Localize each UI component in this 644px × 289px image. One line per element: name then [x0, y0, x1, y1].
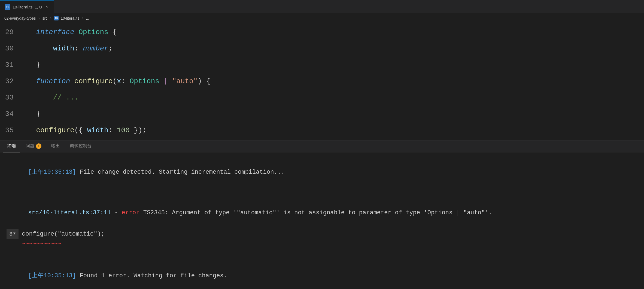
terminal-text-1: File change detected. Starting increment…: [76, 169, 285, 176]
code-line-32: function configure(x: Options | "auto") …: [19, 73, 644, 89]
tab-filename: 10-literal.ts: [13, 5, 32, 9]
breadcrumb: 02-everyday-types › src › TS 10-literal.…: [0, 14, 644, 23]
preview-code-line: configure("automatic");: [22, 229, 105, 239]
panel-tabs: 终端 问题 1 输出 调试控制台: [0, 140, 644, 152]
breadcrumb-sep1: ›: [38, 16, 40, 20]
editor-area: 29 30 31 32 33 34 35 36 37 interface Opt…: [0, 23, 644, 140]
breadcrumb-sep3: ›: [81, 16, 84, 20]
terminal-timestamp-1: [上午10:35:13]: [28, 169, 76, 176]
line-number-31: 31: [0, 57, 14, 73]
preview-code-block: configure("automatic"); ~~~~~~~~~~~: [22, 229, 105, 248]
breadcrumb-folder1[interactable]: 02-everyday-types: [4, 16, 36, 20]
tab-close-button[interactable]: ×: [44, 4, 49, 10]
line-number-33: 33: [0, 89, 14, 106]
line-number-29: 29: [0, 24, 14, 40]
preview-squiggle: ~~~~~~~~~~~: [22, 239, 105, 249]
line-number-32: 32: [0, 73, 14, 89]
tab-debug-console[interactable]: 调试控制台: [65, 140, 96, 152]
file-tab[interactable]: TS 10-literal.ts 1, U ×: [0, 0, 54, 14]
terminal-error-line: src/10-literal.ts:37:11 - error TS2345: …: [7, 198, 637, 227]
ts-icon: TS: [5, 4, 10, 10]
tab-terminal[interactable]: 终端: [3, 140, 20, 152]
line-number-35: 35: [0, 122, 14, 139]
terminal-error-keyword: error: [121, 209, 139, 216]
terminal-timestamp-3: [上午10:35:13]: [28, 272, 76, 279]
code-line-36: configure("auto");: [19, 139, 644, 140]
line-number-34: 34: [0, 106, 14, 122]
line-number-36: 36: [0, 139, 14, 140]
code-line-34: }: [19, 106, 644, 122]
code-line-31: }: [19, 57, 644, 73]
breadcrumb-symbol[interactable]: ...: [86, 16, 89, 20]
preview-line-number: 37: [7, 229, 19, 239]
tab-modified-indicator: 1, U: [35, 5, 42, 9]
problems-badge: 1: [36, 143, 41, 149]
terminal-error-message: Argument of type '"automatic"' is not as…: [168, 209, 492, 216]
terminal-content: [上午10:35:13] File change detected. Start…: [0, 152, 644, 289]
line-numbers: 29 30 31 32 33 34 35 36 37: [0, 23, 19, 140]
terminal-line-3: [上午10:35:13] Found 1 error. Watching for…: [7, 261, 637, 289]
code-line-29: interface Options {: [19, 24, 644, 40]
tab-bar: TS 10-literal.ts 1, U ×: [0, 0, 644, 14]
tab-problems[interactable]: 问题 1: [21, 140, 46, 152]
terminal-error-code: TS2345:: [140, 209, 169, 216]
code-line-33: // ...: [19, 89, 644, 106]
breadcrumb-folder2[interactable]: src: [42, 16, 48, 20]
terminal-blank-2: [7, 251, 637, 260]
terminal-blank-1: [7, 188, 637, 197]
breadcrumb-filename[interactable]: 10-literal.ts: [61, 16, 79, 20]
line-number-30: 30: [0, 40, 14, 57]
terminal-error-path: src/10-literal.ts:37:11: [28, 209, 111, 216]
breadcrumb-sep2: ›: [50, 16, 52, 20]
code-line-30: width: number;: [19, 40, 644, 57]
terminal-text-3: Found 1 error. Watching for file changes…: [76, 272, 227, 279]
breadcrumb-file-icon: TS: [54, 16, 59, 20]
terminal-code-preview: 37 configure("automatic"); ~~~~~~~~~~~: [7, 229, 637, 248]
panel: 终端 问题 1 输出 调试控制台 [上午10:35:13] File chang…: [0, 140, 644, 289]
code-content[interactable]: interface Options { width: number; } fun…: [19, 23, 644, 140]
terminal-line-1: [上午10:35:13] File change detected. Start…: [7, 158, 637, 187]
tab-output[interactable]: 输出: [47, 140, 64, 152]
code-line-35: configure({ width: 100 });: [19, 122, 644, 139]
terminal-error-dash: -: [111, 209, 122, 216]
